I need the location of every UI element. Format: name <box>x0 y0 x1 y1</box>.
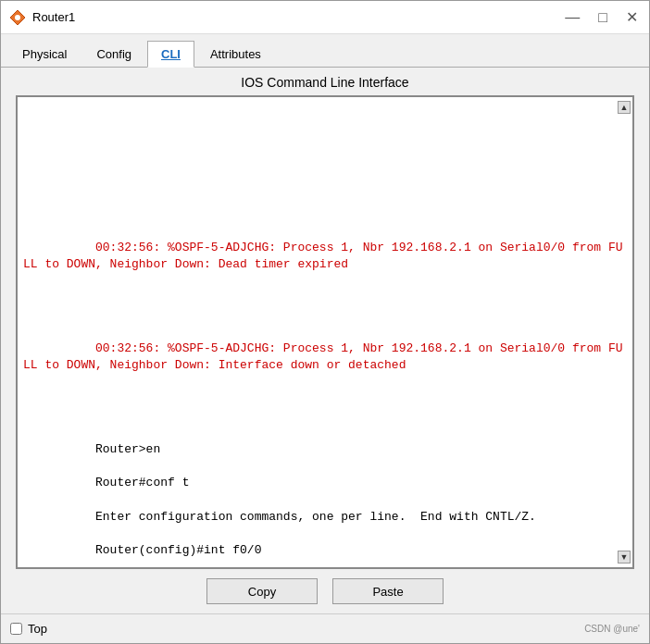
top-checkbox-area: Top <box>10 622 47 636</box>
close-button[interactable]: ✕ <box>622 8 642 27</box>
minimize-button[interactable]: — <box>561 8 583 27</box>
tab-physical[interactable]: Physical <box>8 41 81 68</box>
top-checkbox[interactable] <box>10 623 22 635</box>
button-row: Copy Paste <box>1 569 649 613</box>
watermark: CSDN @une' <box>584 624 640 634</box>
terminal-container: 00:32:56: %OSPF-5-ADJCHG: Process 1, Nbr… <box>16 95 634 569</box>
tab-cli[interactable]: CLI <box>147 41 194 68</box>
bottom-bar: Top CSDN @une' <box>1 613 649 643</box>
window-title: Router1 <box>32 10 561 24</box>
tab-bar: Physical Config CLI Attributes <box>1 34 649 68</box>
paste-button[interactable]: Paste <box>332 578 444 604</box>
main-window: Router1 — □ ✕ Physical Config CLI Attrib… <box>0 0 650 644</box>
terminal-scroll[interactable]: 00:32:56: %OSPF-5-ADJCHG: Process 1, Nbr… <box>18 97 632 567</box>
maximize-button[interactable]: □ <box>594 8 611 27</box>
title-bar: Router1 — □ ✕ <box>1 1 649 34</box>
tab-config[interactable]: Config <box>82 41 145 68</box>
section-title: IOS Command Line Interface <box>1 68 649 95</box>
terminal-content: 00:32:56: %OSPF-5-ADJCHG: Process 1, Nbr… <box>23 105 627 567</box>
svg-point-1 <box>15 15 20 20</box>
scroll-up-button[interactable]: ▲ <box>618 101 631 114</box>
router-icon <box>8 8 27 27</box>
scroll-down-button[interactable]: ▼ <box>618 551 631 564</box>
cli-area: 00:32:56: %OSPF-5-ADJCHG: Process 1, Nbr… <box>16 95 634 569</box>
copy-button[interactable]: Copy <box>206 578 318 604</box>
tab-attributes[interactable]: Attributes <box>196 41 275 68</box>
top-label: Top <box>28 622 47 636</box>
title-controls: — □ ✕ <box>561 8 642 27</box>
